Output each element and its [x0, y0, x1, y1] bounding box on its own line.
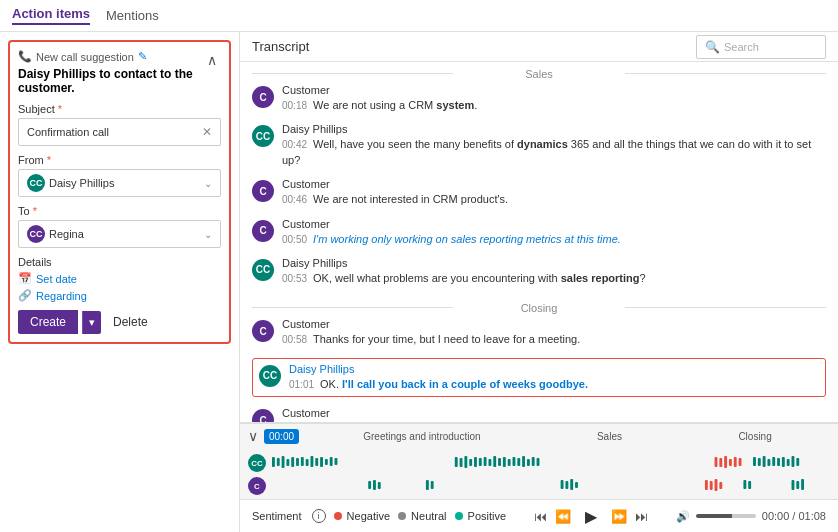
svg-rect-65: [801, 479, 804, 490]
delete-button[interactable]: Delete: [105, 310, 156, 334]
svg-rect-45: [787, 459, 790, 466]
avatar-customer-5: C: [252, 409, 274, 422]
transcript-entry: CC Daisy Phillips 00:53OK, well what pro…: [252, 257, 826, 286]
details-section: Details 📅 Set date 🔗 Regarding: [18, 256, 221, 302]
time-display: 00:00 / 01:08: [762, 510, 826, 522]
msg-speaker: Customer: [282, 84, 826, 96]
rewind-button[interactable]: ⏪: [555, 509, 571, 524]
msg-content: Customer 00:18We are not using a CRM sys…: [282, 84, 826, 113]
from-avatar: CC: [27, 174, 45, 192]
svg-rect-61: [743, 480, 746, 489]
avatar-customer-3: C: [252, 220, 274, 242]
svg-rect-10: [320, 457, 323, 467]
svg-rect-1: [277, 458, 280, 466]
msg-text: 00:53OK, well what problems are you enco…: [282, 271, 826, 286]
tab-action-items[interactable]: Action items: [12, 6, 90, 25]
svg-rect-64: [796, 481, 799, 489]
right-panel: Transcript 🔍 Search Sales C Customer 00:…: [240, 32, 838, 532]
from-label: From *: [18, 154, 221, 166]
svg-rect-54: [565, 481, 568, 489]
svg-rect-62: [748, 481, 751, 489]
svg-rect-42: [772, 457, 775, 466]
search-box[interactable]: 🔍 Search: [696, 35, 826, 59]
create-button[interactable]: Create: [18, 310, 78, 334]
svg-rect-28: [522, 456, 525, 467]
waveform-tracks: CC: [240, 448, 838, 499]
svg-rect-30: [532, 457, 535, 466]
svg-rect-14: [455, 457, 458, 467]
create-button-label: Create: [30, 315, 66, 329]
svg-rect-15: [460, 458, 463, 467]
svg-rect-3: [286, 459, 289, 466]
svg-rect-46: [792, 456, 795, 467]
svg-rect-11: [325, 459, 328, 465]
svg-rect-34: [724, 456, 727, 468]
avatar-customer-1: C: [252, 86, 274, 108]
svg-rect-52: [431, 481, 434, 489]
msg-speaker: Customer: [282, 318, 826, 330]
sentiment-info-icon[interactable]: i: [312, 509, 326, 523]
skip-to-end-button[interactable]: ⏭: [635, 509, 648, 524]
to-group: To * CC Regina ⌄: [18, 205, 221, 248]
msg-speaker: Daisy Phillips: [289, 363, 819, 375]
suggestion-title: Daisy Phillips to contact to the custome…: [18, 67, 203, 95]
svg-rect-43: [777, 458, 780, 466]
msg-speaker: Customer: [282, 218, 826, 230]
tab-bar: Action items Mentions: [0, 0, 838, 32]
volume-icon[interactable]: 🔊: [676, 510, 690, 523]
play-button[interactable]: ▶: [579, 504, 603, 528]
collapse-suggestion-icon[interactable]: ∧: [203, 50, 221, 70]
create-dropdown-button[interactable]: ▾: [82, 311, 101, 334]
avatar-customer-2: C: [252, 180, 274, 202]
from-dropdown-row: CC Daisy Phillips ⌄: [27, 174, 212, 192]
svg-rect-4: [291, 457, 294, 467]
subject-input[interactable]: Confirmation call ✕: [18, 118, 221, 146]
svg-rect-16: [464, 456, 467, 468]
to-dropdown-row: CC Regina ⌄: [27, 225, 212, 243]
svg-rect-51: [426, 480, 429, 490]
clear-subject-icon[interactable]: ✕: [202, 125, 212, 139]
volume-slider[interactable]: [696, 514, 756, 518]
label-closing: Closing: [738, 431, 771, 442]
svg-rect-23: [498, 458, 501, 466]
msg-content: Customer 01:05Bye, I.: [282, 407, 826, 422]
svg-rect-17: [469, 459, 472, 466]
track-avatar-daisy: CC: [248, 454, 266, 472]
svg-rect-24: [503, 457, 506, 467]
svg-rect-27: [517, 458, 520, 466]
to-input[interactable]: CC Regina ⌄: [18, 220, 221, 248]
transcript-title: Transcript: [252, 39, 309, 54]
svg-rect-38: [753, 457, 756, 466]
msg-content: Daisy Phillips 00:53OK, well what proble…: [282, 257, 826, 286]
msg-content: Customer 00:58Thanks for your time, but …: [282, 318, 826, 347]
negative-label: Negative: [347, 510, 390, 522]
svg-rect-37: [739, 458, 742, 466]
msg-text: 01:01OK. I'll call you back in a couple …: [289, 377, 819, 392]
playback-controls: ⏮ ⏪ ▶ ⏩ ⏭: [534, 504, 648, 528]
msg-speaker: Daisy Phillips: [282, 123, 826, 135]
svg-rect-31: [537, 458, 540, 466]
svg-rect-60: [719, 482, 722, 489]
neutral-dot: [398, 512, 406, 520]
edit-icon[interactable]: ✎: [138, 50, 147, 63]
collapse-timeline-button[interactable]: ∨: [248, 428, 258, 444]
svg-rect-47: [796, 458, 799, 466]
skip-to-start-button[interactable]: ⏮: [534, 509, 547, 524]
transcript-entry: C Customer 00:58Thanks for your time, bu…: [252, 318, 826, 347]
customer-waveform: [272, 479, 830, 491]
regarding-link[interactable]: 🔗 Regarding: [18, 289, 221, 302]
regarding-icon: 🔗: [18, 289, 32, 302]
from-input[interactable]: CC Daisy Phillips ⌄: [18, 169, 221, 197]
set-date-link[interactable]: 📅 Set date: [18, 272, 221, 285]
suggestion-top-row: 📞 New call suggestion ✎ Daisy Phillips t…: [18, 50, 221, 103]
svg-rect-63: [792, 480, 795, 490]
msg-speaker: Daisy Phillips: [282, 257, 826, 269]
transcript-body[interactable]: Sales C Customer 00:18We are not using a…: [240, 62, 838, 422]
main-layout: 📞 New call suggestion ✎ Daisy Phillips t…: [0, 32, 838, 532]
svg-rect-18: [474, 457, 477, 467]
svg-rect-29: [527, 459, 530, 466]
fast-forward-button[interactable]: ⏩: [611, 509, 627, 524]
svg-rect-32: [715, 457, 718, 467]
from-group: From * CC Daisy Phillips ⌄: [18, 154, 221, 197]
tab-mentions[interactable]: Mentions: [106, 8, 159, 23]
